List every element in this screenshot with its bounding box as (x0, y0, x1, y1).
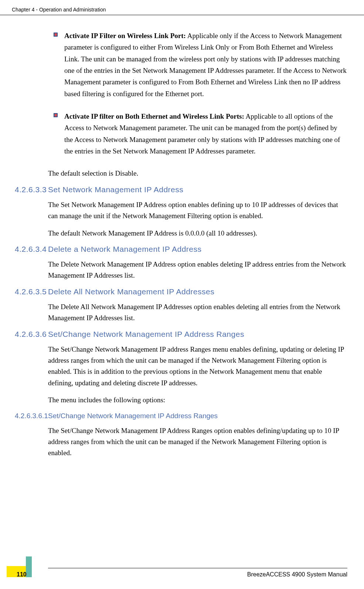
section-title: Set/Change Network Management IP Address… (48, 412, 347, 420)
bullet-lead: Activate IP filter on Both Ethernet and … (64, 112, 244, 120)
page-number: 110 (17, 571, 27, 578)
page-footer: BreezeACCESS 4900 System Manual (0, 568, 364, 578)
section-title: Set/Change Network Management IP Address… (48, 330, 347, 339)
section-heading: 4.2.6.3.4 Delete a Network Management IP… (4, 245, 347, 254)
paragraph: The Set/Change Network Management IP Add… (48, 425, 347, 459)
paragraph: The Set Network Management IP Address op… (48, 199, 347, 222)
bullet-body: Applicable only if the Access to Network… (64, 32, 347, 98)
page-content: Activate IP Filter on Wireless Link Port… (0, 30, 364, 459)
bullet-item: Activate IP filter on Both Ethernet and … (48, 111, 347, 157)
paragraph: The Delete Network Management IP Address… (48, 259, 347, 281)
square-bullet-icon (54, 113, 58, 117)
chapter-header: Chapter 4 - Operation and Administration (0, 0, 364, 15)
paragraph: The menu includes the following options: (48, 395, 347, 406)
teal-block-icon (26, 556, 32, 577)
footer-divider (48, 568, 347, 568)
bullet-item: Activate IP Filter on Wireless Link Port… (48, 30, 347, 99)
section-number: 4.2.6.3.6.1 (4, 412, 48, 420)
section-heading: 4.2.6.3.6 Set/Change Network Management … (4, 330, 347, 339)
section-number: 4.2.6.3.3 (4, 185, 48, 194)
section-number: 4.2.6.3.6 (4, 330, 48, 339)
paragraph: The Set/Change Network Management IP add… (48, 344, 347, 389)
section-title: Set Network Management IP Address (48, 185, 347, 194)
section-title: Delete a Network Management IP Address (48, 245, 347, 254)
paragraph: The default selection is Disable. (48, 168, 347, 179)
section-heading: 4.2.6.3.5 Delete All Network Management … (4, 287, 347, 296)
section-subheading: 4.2.6.3.6.1 Set/Change Network Managemen… (4, 412, 347, 420)
square-bullet-icon (54, 33, 58, 37)
footer-manual-title: BreezeACCESS 4900 System Manual (0, 571, 364, 578)
section-title: Delete All Network Management IP Address… (48, 287, 347, 296)
bullet-lead: Activate IP Filter on Wireless Link Port… (64, 32, 186, 40)
paragraph: The Delete All Network Management IP Add… (48, 301, 347, 324)
bullet-text: Activate IP filter on Both Ethernet and … (64, 111, 347, 157)
bullet-text: Activate IP Filter on Wireless Link Port… (64, 30, 347, 99)
section-heading: 4.2.6.3.3 Set Network Management IP Addr… (4, 185, 347, 194)
section-number: 4.2.6.3.5 (4, 287, 48, 296)
paragraph: The default Network Management IP Addres… (48, 228, 347, 239)
section-number: 4.2.6.3.4 (4, 245, 48, 254)
